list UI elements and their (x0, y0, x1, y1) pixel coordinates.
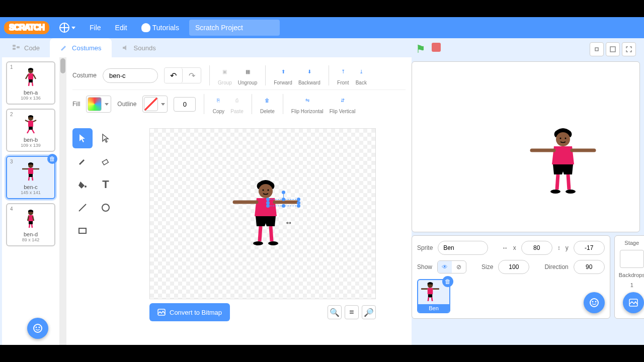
size-input[interactable] (498, 260, 529, 274)
group-button[interactable]: ▣Group (218, 66, 232, 85)
costume-dim: 109 x 136 (9, 96, 52, 101)
edit-menu[interactable]: Edit (111, 22, 131, 34)
tutorials-menu[interactable]: Tutorials (137, 21, 183, 34)
costume-list: 1 ben-a 109 x 136 2 ben-b 109 x 139 (2, 57, 59, 345)
fill-picker[interactable] (86, 96, 111, 113)
svg-line-20 (79, 204, 86, 211)
delete-button[interactable]: 🗑Delete (260, 95, 275, 114)
svg-point-23 (259, 184, 273, 198)
costume-label: Costume (72, 72, 97, 79)
paint-tools: T (72, 128, 116, 339)
select-tool[interactable] (72, 128, 93, 148)
direction-input[interactable] (574, 260, 605, 274)
copy-button[interactable]: ⎘Copy (212, 95, 224, 114)
svg-line-28 (260, 226, 261, 241)
sprite-tile-name: Ben (418, 304, 449, 312)
costume-scrollbar[interactable] (59, 57, 66, 345)
flip-vertical-button[interactable]: ⇵Flip Vertical (330, 95, 356, 114)
fullscreen-button[interactable] (622, 42, 636, 56)
svg-line-29 (271, 226, 272, 241)
stop-button[interactable] (432, 43, 441, 52)
line-tool[interactable] (72, 198, 93, 218)
tab-code[interactable]: Code (2, 38, 50, 57)
backdrops-count: 1 (630, 282, 633, 288)
tab-sounds[interactable]: Sounds (112, 38, 166, 57)
front-button[interactable]: ⤒Front (337, 66, 349, 85)
svg-rect-0 (13, 45, 16, 47)
stage-large-button[interactable] (606, 42, 620, 56)
backdrop-thumb[interactable] (620, 250, 644, 268)
zoom-out-button[interactable]: 🔍 (328, 305, 342, 319)
costume-number: 4 (10, 206, 13, 212)
scratch-logo: SCRATCH (4, 21, 49, 34)
svg-point-31 (268, 241, 278, 245)
svg-rect-5 (29, 79, 33, 82)
undo-button[interactable]: ↶ (165, 68, 183, 83)
backdrops-label: Backdrops (619, 272, 644, 278)
x-label: x (513, 244, 516, 251)
brush-icon (60, 44, 68, 52)
image-icon (157, 308, 166, 316)
add-backdrop-button[interactable] (623, 292, 644, 313)
brush-tool[interactable] (72, 151, 93, 171)
costume-thumb[interactable]: 1 ben-a 109 x 136 (6, 61, 55, 105)
eraser-tool[interactable] (96, 151, 116, 171)
zoom-in-button[interactable]: 🔎 (362, 305, 376, 319)
y-input[interactable] (574, 241, 605, 255)
svg-rect-33 (595, 48, 598, 51)
project-name-input[interactable] (189, 20, 280, 36)
svg-point-37 (565, 138, 567, 139)
rectangle-tool[interactable] (72, 221, 93, 241)
add-costume-button[interactable] (27, 318, 48, 339)
costume-dim: 145 x 141 (9, 190, 52, 195)
selection-box[interactable] (268, 199, 299, 206)
svg-rect-22 (79, 228, 86, 233)
text-tool[interactable]: T (96, 174, 116, 195)
costume-thumb[interactable]: 4 ben-d 89 x 142 (6, 203, 55, 246)
costume-thumb[interactable]: 3 🗑 ben-c 145 x 141 (6, 156, 55, 199)
sprite-tile[interactable]: 🗑 Ben (417, 279, 450, 313)
language-menu[interactable] (55, 21, 79, 35)
tab-costumes[interactable]: Costumes (50, 38, 112, 57)
paste-button[interactable]: ⎙Paste (230, 95, 244, 114)
costume-preview (18, 115, 43, 135)
show-toggle[interactable]: 👁 ⊘ (437, 260, 466, 274)
outline-width-input[interactable] (174, 97, 196, 112)
green-flag-button[interactable]: ⚑ (416, 43, 426, 56)
circle-tool[interactable] (96, 198, 116, 218)
costume-thumb[interactable]: 2 ben-b 109 x 139 (6, 109, 55, 152)
bulb-icon (141, 23, 150, 32)
svg-point-19 (85, 186, 87, 188)
costume-name-input[interactable] (103, 68, 158, 83)
delete-sprite-icon[interactable]: 🗑 (442, 276, 453, 287)
convert-bitmap-button[interactable]: Convert to Bitmap (149, 303, 230, 321)
fill-tool[interactable] (72, 174, 93, 195)
costume-number: 3 (10, 159, 13, 164)
costume-name: ben-c (9, 184, 52, 190)
svg-point-21 (102, 204, 109, 211)
backward-button[interactable]: ⬇Backward (298, 66, 320, 85)
delete-costume-icon[interactable]: 🗑 (47, 154, 57, 164)
svg-point-30 (253, 241, 263, 245)
redo-button[interactable]: ↷ (183, 68, 201, 83)
stage[interactable] (412, 61, 640, 232)
x-input[interactable] (521, 241, 552, 255)
svg-point-47 (590, 299, 598, 307)
show-hidden-button[interactable]: ⊘ (452, 261, 466, 273)
forward-button[interactable]: ⬆Forward (274, 66, 292, 85)
back-button[interactable]: ⤓Back (355, 66, 367, 85)
add-sprite-button[interactable] (584, 292, 605, 313)
outline-label: Outline (117, 101, 136, 108)
show-visible-button[interactable]: 👁 (438, 261, 452, 273)
zoom-reset-button[interactable]: = (345, 305, 359, 319)
sprite-name-input[interactable] (438, 241, 488, 255)
stage-small-button[interactable] (590, 42, 604, 56)
svg-point-48 (592, 301, 593, 303)
ungroup-button[interactable]: ▦Ungroup (238, 66, 257, 85)
outline-picker[interactable] (142, 96, 168, 113)
paint-canvas[interactable]: ↔ (149, 128, 376, 299)
costume-dim: 109 x 139 (9, 143, 52, 148)
reshape-tool[interactable] (96, 128, 116, 148)
file-menu[interactable]: File (86, 22, 105, 34)
flip-horizontal-button[interactable]: ⇋Flip Horizontal (291, 95, 324, 114)
